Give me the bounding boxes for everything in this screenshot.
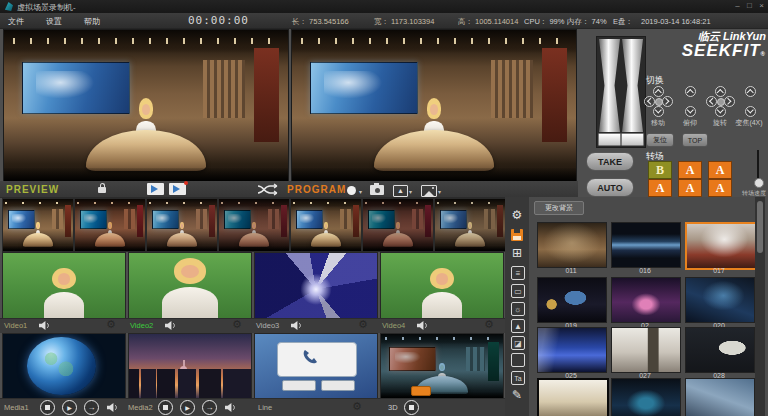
scene-strip-thumb-6[interactable] [362, 198, 434, 252]
pad-left-button[interactable] [706, 96, 717, 107]
video2-settings-gear-icon[interactable]: ⚙ [232, 319, 242, 330]
scene-strip-thumb-1[interactable] [2, 198, 74, 252]
transition-preset-icon[interactable] [147, 183, 164, 195]
take-button[interactable]: TAKE [586, 152, 634, 171]
layers-icon[interactable]: ◪ [511, 336, 525, 350]
video3-speaker-icon[interactable] [290, 320, 303, 331]
pad-down-button[interactable] [715, 106, 726, 117]
transition-tile-a4[interactable]: A [678, 179, 702, 197]
media2-speaker-icon[interactable] [224, 402, 237, 413]
scene-strip-thumb-2[interactable] [74, 198, 146, 252]
picture-icon[interactable] [421, 185, 437, 197]
transition-tile-a2[interactable]: A [708, 161, 732, 179]
pen-icon[interactable]: ✎ [505, 389, 529, 402]
scene-thumb-025[interactable] [537, 327, 607, 373]
add-grid-icon[interactable]: ⊞ [505, 247, 529, 260]
record-icon[interactable] [347, 186, 356, 195]
close-button[interactable]: × [756, 1, 767, 10]
menu-help[interactable]: 帮助 [84, 16, 100, 27]
video2-speaker-icon[interactable] [164, 320, 177, 331]
pad-down-button[interactable] [685, 106, 696, 117]
pad-right-button[interactable] [662, 96, 673, 107]
lock-icon[interactable] [98, 187, 106, 193]
media2-play-button[interactable]: ▶ [180, 400, 195, 415]
threed-stop-button[interactable] [404, 400, 419, 415]
pad-left-button[interactable] [644, 96, 655, 107]
scene-strip-thumb-4[interactable] [218, 198, 290, 252]
media1-tile[interactable] [2, 333, 126, 399]
scene-scrollbar-thumb[interactable] [757, 201, 763, 253]
reset-button[interactable]: 复位 [646, 133, 674, 147]
pad-center-button[interactable] [655, 98, 663, 106]
media1-stop-button[interactable] [40, 400, 55, 415]
menu-file[interactable]: 文件 [8, 16, 24, 27]
light-icon[interactable]: ☼ [511, 302, 525, 316]
picture-caret-icon[interactable]: ▾ [438, 188, 441, 195]
program-monitor[interactable] [291, 29, 577, 183]
scene-thumb-row4-2[interactable] [611, 378, 681, 416]
video1-settings-gear-icon[interactable]: ⚙ [106, 319, 116, 330]
media2-tile[interactable] [128, 333, 252, 399]
transition-preset-star-icon[interactable] [169, 183, 186, 195]
pad-center-button[interactable] [717, 98, 725, 106]
line-accept-button[interactable] [282, 380, 316, 391]
scene-thumb-011[interactable] [537, 222, 607, 268]
scene-thumb-017-selected[interactable] [685, 222, 757, 270]
video4-speaker-icon[interactable] [416, 320, 429, 331]
swap-preview-program-icon[interactable] [256, 183, 282, 196]
t-bar-handle-left[interactable] [598, 133, 621, 146]
pad-up-button[interactable] [745, 86, 756, 97]
pad-up-button[interactable] [685, 86, 696, 97]
threed-tile[interactable] [380, 333, 504, 399]
maximize-button[interactable]: □ [744, 1, 755, 10]
video4-settings-gear-icon[interactable]: ⚙ [484, 319, 494, 330]
scene-thumb-row4-1[interactable] [537, 378, 609, 416]
media1-loop-button[interactable]: → [84, 400, 99, 415]
list-icon[interactable]: ≡ [511, 266, 525, 280]
change-background-tab[interactable]: 更改背景 [534, 201, 584, 215]
video3-settings-gear-icon[interactable]: ⚙ [358, 319, 368, 330]
export-icon[interactable]: ▲ [393, 185, 408, 197]
menu-settings[interactable]: 设置 [46, 16, 62, 27]
video4-tile[interactable] [380, 252, 504, 320]
scene-thumb-02[interactable] [611, 277, 681, 323]
video2-tile[interactable] [128, 252, 252, 320]
transition-tile-a1[interactable]: A [678, 161, 702, 179]
media1-play-button[interactable]: ▶ [62, 400, 77, 415]
media2-loop-button[interactable]: → [202, 400, 217, 415]
record-caret-icon[interactable]: ▾ [359, 188, 362, 195]
line-tile[interactable] [254, 333, 378, 399]
scene-thumb-016[interactable] [611, 222, 681, 268]
frame-icon[interactable] [511, 353, 525, 367]
line-settings-gear-icon[interactable]: ⚙ [352, 401, 362, 412]
top-button[interactable]: TOP [682, 133, 708, 147]
line-reject-button[interactable] [321, 380, 355, 391]
scene-strip-thumb-5[interactable] [290, 198, 362, 252]
scene-strip-thumb-7[interactable] [434, 198, 506, 252]
transition-speed-knob[interactable] [754, 178, 764, 188]
scene-thumb-028[interactable] [685, 327, 755, 373]
scene-thumb-020[interactable] [685, 277, 755, 323]
pad-up-button[interactable] [715, 86, 726, 97]
media1-speaker-icon[interactable] [106, 402, 119, 413]
transition-tile-a3[interactable]: A [648, 179, 672, 197]
pad-up-button[interactable] [653, 86, 664, 97]
text-tool-icon[interactable]: Ta [511, 371, 525, 385]
scene-strip-thumb-3[interactable] [146, 198, 218, 252]
media2-stop-button[interactable] [158, 400, 173, 415]
pad-down-button[interactable] [653, 106, 664, 117]
pad-right-button[interactable] [724, 96, 735, 107]
scene-thumb-019[interactable] [537, 277, 607, 323]
settings-gear-icon[interactable]: ⚙ [505, 209, 529, 222]
scene-thumb-027[interactable] [611, 327, 681, 373]
save-icon[interactable] [511, 229, 523, 241]
video1-speaker-icon[interactable] [38, 320, 51, 331]
export-caret-icon[interactable]: ▾ [409, 188, 412, 195]
t-bar-handle-right[interactable] [621, 133, 644, 146]
monitor-icon[interactable]: ▭ [511, 284, 525, 298]
minimize-button[interactable]: – [732, 1, 743, 10]
image-icon[interactable]: ▲ [511, 319, 525, 333]
video3-tile[interactable] [254, 252, 378, 320]
transition-tile-b[interactable]: B [648, 161, 672, 179]
scene-thumb-row4-3[interactable] [685, 378, 755, 416]
